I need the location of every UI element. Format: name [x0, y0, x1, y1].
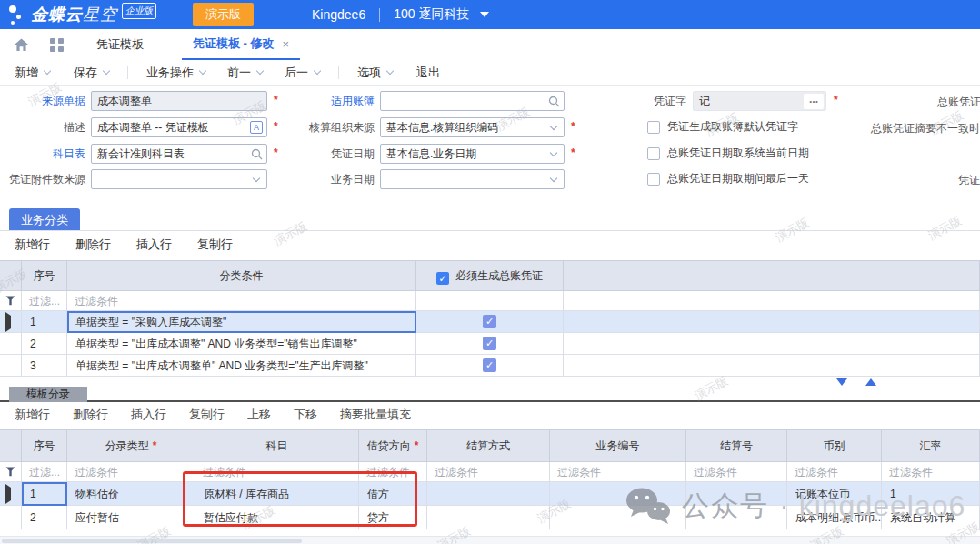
cell-condition[interactable]: 单据类型 = "出库成本调整单" AND 业务类型="生产出库调整" — [67, 355, 416, 377]
search-icon[interactable] — [251, 148, 263, 160]
demo-version-button[interactable]: 演示版 — [193, 3, 254, 26]
cell-direction[interactable]: 借方 — [359, 482, 427, 506]
more-options-button[interactable]: ... — [804, 94, 824, 109]
filter-cell-condition[interactable]: 过滤条件 — [67, 291, 416, 311]
classification-row-2[interactable]: 2 单据类型 = "出库成本调整" AND 业务类型="销售出库调整" — [0, 333, 980, 355]
filter-cell[interactable]: 过滤条件 — [686, 462, 787, 482]
applicable-book-label[interactable]: 适用账簿 — [269, 91, 375, 111]
filter-cell[interactable]: 过滤条件 — [882, 462, 980, 482]
copy-row-button[interactable]: 复制行 — [189, 407, 225, 423]
business-date-select[interactable] — [380, 169, 565, 189]
column-header-entry-type[interactable]: 分录类型* — [67, 430, 195, 462]
search-icon[interactable] — [548, 96, 560, 107]
checkbox-gl-date-system-current[interactable]: 总账凭证日期取系统当前日期 — [647, 146, 809, 161]
filter-cell[interactable]: 过滤条件 — [359, 462, 427, 482]
entries-row-1[interactable]: 1 物料估价 原材料 / 库存商品 借方 记账本位币 1 — [0, 482, 980, 506]
filter-cell[interactable]: 过滤条件 — [195, 462, 359, 482]
cell-condition[interactable]: 单据类型 = "出库成本调整" AND 业务类型="销售出库调整" — [67, 333, 416, 355]
column-header-rate[interactable]: 汇率 — [882, 430, 980, 462]
home-icon[interactable] — [14, 38, 29, 52]
move-up-button[interactable]: 上移 — [247, 407, 271, 423]
horizontal-scrollbar[interactable] — [0, 536, 980, 544]
filter-cell[interactable]: 过滤条件 — [550, 462, 686, 482]
classification-row-3[interactable]: 3 单据类型 = "出库成本调整单" AND 业务类型="生产出库调整" — [0, 355, 980, 377]
move-down-button[interactable]: 下移 — [294, 407, 317, 423]
column-header-settle-method[interactable]: 结算方式 — [427, 430, 550, 462]
cell-condition[interactable]: 单据类型 = "采购入库成本调整" — [67, 311, 416, 333]
cell-seq[interactable]: 3 — [22, 355, 67, 377]
exit-button[interactable]: 退出 — [416, 65, 440, 81]
cell-seq[interactable]: 1 — [22, 482, 67, 506]
close-tab-icon[interactable]: × — [283, 37, 290, 51]
add-row-button[interactable]: 新增行 — [15, 407, 50, 423]
cell-direction[interactable]: 贷方 — [359, 506, 427, 529]
save-button[interactable]: 保存 — [74, 65, 109, 81]
cell-currency[interactable]: 成本明细.原币币... — [787, 506, 882, 529]
business-operation-button[interactable]: 业务操作 — [146, 65, 205, 81]
org-dropdown-caret-icon[interactable] — [480, 12, 489, 17]
filter-cell[interactable]: 过滤条件 — [787, 462, 882, 482]
cell-must-generate[interactable] — [416, 311, 564, 333]
description-field[interactable]: 成本调整单 -- 凭证模板A — [91, 117, 267, 137]
classification-row-1[interactable]: 1 单据类型 = "采购入库成本调整" — [0, 311, 980, 333]
filter-cell-seq[interactable]: 过滤... — [22, 291, 67, 311]
column-header-seq[interactable]: 序号 — [22, 261, 67, 291]
source-bill-label[interactable]: 来源单据 — [0, 91, 85, 111]
voucher-date-select[interactable]: 基本信息.业务日期 — [380, 144, 565, 164]
insert-row-button[interactable]: 插入行 — [131, 407, 166, 423]
cell-currency[interactable]: 记账本位币 — [787, 482, 882, 506]
apps-menu-icon[interactable] — [50, 38, 64, 52]
account-table-field[interactable]: 新会计准则科目表 — [91, 144, 267, 164]
cell-biz-no[interactable] — [550, 506, 686, 529]
filter-funnel-icon[interactable] — [0, 462, 22, 482]
cell-seq[interactable]: 2 — [22, 506, 67, 529]
cell-must-generate[interactable] — [416, 333, 564, 355]
cell-settle-method[interactable] — [427, 506, 550, 529]
move-down-icon[interactable] — [836, 378, 847, 386]
filter-cell[interactable]: 过滤条件 — [67, 462, 195, 482]
options-button[interactable]: 选项 — [357, 65, 393, 81]
column-header-account[interactable]: 科目 — [195, 430, 359, 462]
column-header-seq[interactable]: 序号 — [22, 430, 67, 462]
scrollbar-thumb[interactable] — [2, 539, 302, 543]
text-edit-icon[interactable]: A — [250, 121, 263, 134]
account-table-label[interactable]: 科目表 — [0, 144, 85, 164]
checkbox-default-voucher-word[interactable]: 凭证生成取账簿默认凭证字 — [647, 119, 798, 135]
entries-row-2[interactable]: 2 应付暂估 暂估应付款 贷方 成本明细.原币币... 系统自动计算 — [0, 506, 980, 529]
cell-seq[interactable]: 1 — [22, 311, 67, 333]
cell-rate[interactable]: 系统自动计算 — [882, 506, 980, 529]
tab-template-entries[interactable]: 模板分录 — [9, 387, 87, 402]
cell-entry-type[interactable]: 应付暂估 — [67, 506, 195, 529]
cell-account[interactable]: 暂估应付款 — [195, 506, 359, 529]
cell-settle-no[interactable] — [686, 482, 787, 506]
column-header-condition[interactable]: 分类条件 — [67, 261, 416, 291]
accounting-org-source-select[interactable]: 基本信息.核算组织编码 — [380, 117, 565, 137]
next-button[interactable]: 后一 — [285, 65, 320, 81]
column-header-must-generate[interactable]: 必须生成总账凭证 — [416, 261, 564, 291]
cell-rate[interactable]: 1 — [882, 482, 980, 506]
tab-voucher-template-list[interactable]: 凭证模板 — [96, 36, 144, 53]
checked-checkbox-icon[interactable] — [483, 315, 496, 328]
batch-fill-summary-button[interactable]: 摘要批量填充 — [340, 407, 411, 423]
filter-cell[interactable]: 过滤条件 — [427, 462, 550, 482]
delete-row-button[interactable]: 删除行 — [73, 407, 108, 423]
organization-label[interactable]: 100 逐同科技 — [394, 6, 469, 23]
checkbox-gl-date-period-last-day[interactable]: 总账凭证日期取期间最后一天 — [647, 171, 809, 186]
previous-button[interactable]: 前一 — [227, 65, 263, 81]
delete-row-button[interactable]: 删除行 — [75, 237, 111, 253]
checked-checkbox-icon[interactable] — [436, 272, 449, 285]
filter-cell[interactable]: 过滤... — [22, 462, 67, 482]
copy-row-button[interactable]: 复制行 — [197, 237, 233, 253]
add-row-button[interactable]: 新增行 — [15, 237, 50, 253]
tab-business-classification[interactable]: 业务分类 — [9, 208, 80, 231]
cell-account[interactable]: 原材料 / 库存商品 — [195, 482, 359, 506]
cell-biz-no[interactable] — [550, 482, 686, 506]
filter-cell-must-generate[interactable] — [416, 291, 564, 311]
column-header-settle-no[interactable]: 结算号 — [686, 430, 787, 462]
username-label[interactable]: Kingdee6 — [312, 7, 365, 22]
checked-checkbox-icon[interactable] — [483, 358, 496, 372]
checked-checkbox-icon[interactable] — [483, 337, 496, 350]
cell-entry-type[interactable]: 物料估价 — [67, 482, 195, 506]
filter-funnel-icon[interactable] — [0, 291, 22, 311]
cell-seq[interactable]: 2 — [22, 333, 67, 355]
